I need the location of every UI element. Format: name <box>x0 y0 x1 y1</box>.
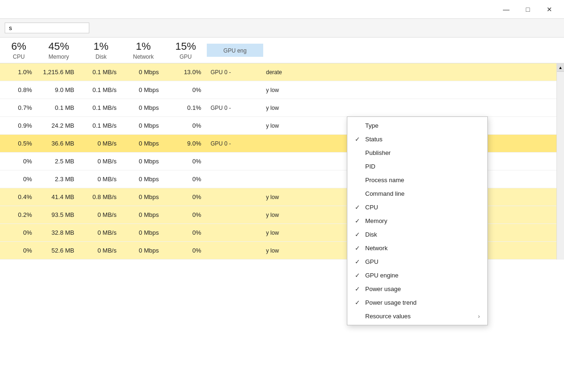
menu-label-gpu: GPU <box>365 258 480 265</box>
summary-gpu: 15% GPU <box>164 40 207 60</box>
cell-disk: 0.1 MB/s <box>80 69 122 76</box>
cell-gpu: 0% <box>164 122 207 129</box>
vertical-scrollbar[interactable]: ▲ <box>556 63 564 260</box>
cell-disk: 0.1 MB/s <box>80 104 122 111</box>
menu-item-memory[interactable]: ✓ Memory <box>347 214 487 228</box>
cell-memory: 9.0 MB <box>38 86 80 93</box>
cell-network: 0 Mbps <box>122 176 164 183</box>
menu-item-disk[interactable]: ✓ Disk <box>347 228 487 241</box>
menu-label-network: Network <box>365 245 480 252</box>
cell-gpu: 0% <box>164 247 207 254</box>
menu-label-status: Status <box>365 136 480 143</box>
table-row: 0.8% 9.0 MB 0.1 MB/s 0 Mbps 0% y low <box>0 81 564 99</box>
scroll-up-button[interactable]: ▲ <box>557 63 564 72</box>
cell-network: 0 Mbps <box>122 69 164 76</box>
cell-gpu: 0% <box>164 211 207 218</box>
check-icon-status: ✓ <box>353 136 361 143</box>
cell-disk: 0.8 MB/s <box>80 193 122 200</box>
cell-gpu: 0% <box>164 193 207 200</box>
menu-item-status[interactable]: ✓ Status <box>347 132 487 146</box>
check-icon-cpu: ✓ <box>353 204 361 211</box>
cell-network: 0 Mbps <box>122 122 164 129</box>
gpu-value: 15% <box>164 40 207 53</box>
cell-gpu-engine: GPU 0 - <box>207 105 263 111</box>
cell-power-trend: y low <box>263 247 301 254</box>
menu-item-resource_values[interactable]: Resource values › <box>347 309 487 323</box>
cell-cpu: 0.2% <box>0 211 38 218</box>
cell-gpu: 0% <box>164 229 207 236</box>
menu-label-power_usage_trend: Power usage trend <box>365 299 480 306</box>
close-button[interactable]: ✕ <box>539 2 560 17</box>
check-icon-power_usage: ✓ <box>353 285 361 292</box>
cell-cpu: 0% <box>0 176 38 183</box>
menu-item-command_line[interactable]: Command line <box>347 187 487 200</box>
memory-label: Memory <box>38 54 80 60</box>
cell-disk: 0.1 MB/s <box>80 122 122 129</box>
cell-power-trend: derate <box>263 69 301 76</box>
cell-gpu: 13.0% <box>164 69 207 76</box>
cell-cpu: 0.4% <box>0 193 38 200</box>
menu-item-network[interactable]: ✓ Network <box>347 241 487 255</box>
summary-disk: 1% Disk <box>80 40 122 60</box>
check-icon-network: ✓ <box>353 245 361 252</box>
menu-label-disk: Disk <box>365 231 480 238</box>
menu-label-resource_values: Resource values <box>365 313 478 320</box>
menu-label-process_name: Process name <box>365 177 480 184</box>
menu-item-pid[interactable]: PID <box>347 160 487 173</box>
cell-memory: 32.8 MB <box>38 229 80 236</box>
cell-memory: 36.6 MB <box>38 140 80 147</box>
cell-disk: 0 MB/s <box>80 247 122 254</box>
check-icon-gpu_engine: ✓ <box>353 272 361 279</box>
cell-network: 0 Mbps <box>122 247 164 254</box>
cell-cpu: 0% <box>0 158 38 165</box>
check-icon-gpu: ✓ <box>353 258 361 265</box>
cell-power-trend: y low <box>263 230 301 236</box>
cell-cpu: 0% <box>0 229 38 236</box>
cell-cpu: 0% <box>0 247 38 254</box>
cell-memory: 2.5 MB <box>38 158 80 165</box>
cpu-label: CPU <box>0 54 38 60</box>
cpu-value: 6% <box>0 40 38 53</box>
cell-disk: 0 MB/s <box>80 158 122 165</box>
check-icon-disk: ✓ <box>353 231 361 238</box>
cell-network: 0 Mbps <box>122 86 164 93</box>
minimize-button[interactable]: — <box>495 2 517 17</box>
menu-label-command_line: Command line <box>365 190 480 197</box>
summary-cpu: 6% CPU <box>0 40 38 60</box>
disk-label: Disk <box>80 54 122 60</box>
network-label: Network <box>122 54 164 60</box>
cell-network: 0 Mbps <box>122 193 164 200</box>
table-row: 0.7% 0.1 MB 0.1 MB/s 0 Mbps 0.1% GPU 0 -… <box>0 99 564 117</box>
menu-item-publisher[interactable]: Publisher <box>347 146 487 160</box>
menu-label-power_usage: Power usage <box>365 285 480 292</box>
gpu-label: GPU <box>164 54 207 60</box>
cell-gpu: 9.0% <box>164 140 207 147</box>
maximize-button[interactable]: □ <box>517 2 539 17</box>
check-icon-memory: ✓ <box>353 217 361 224</box>
cell-network: 0 Mbps <box>122 229 164 236</box>
menu-item-type[interactable]: Type <box>347 119 487 132</box>
cell-disk: 0.1 MB/s <box>80 86 122 93</box>
cell-power-trend: y low <box>263 87 301 93</box>
menu-item-gpu_engine[interactable]: ✓ GPU engine <box>347 269 487 282</box>
cell-gpu-engine: GPU 0 - <box>207 140 263 147</box>
menu-item-cpu[interactable]: ✓ CPU <box>347 200 487 214</box>
cell-network: 0 Mbps <box>122 140 164 147</box>
search-area <box>0 19 564 38</box>
cell-power-trend: y low <box>263 194 301 200</box>
table-row: 1.0% 1,215.6 MB 0.1 MB/s 0 Mbps 13.0% GP… <box>0 63 564 81</box>
cell-power-trend: y low <box>263 212 301 218</box>
menu-item-power_usage[interactable]: ✓ Power usage <box>347 282 487 296</box>
cell-memory: 2.3 MB <box>38 176 80 183</box>
menu-item-power_usage_trend[interactable]: ✓ Power usage trend <box>347 296 487 309</box>
menu-label-cpu: CPU <box>365 204 480 211</box>
submenu-arrow-icon: › <box>478 313 480 320</box>
menu-label-type: Type <box>365 122 480 129</box>
menu-label-gpu_engine: GPU engine <box>365 272 480 279</box>
menu-item-process_name[interactable]: Process name <box>347 173 487 187</box>
menu-item-gpu[interactable]: ✓ GPU <box>347 255 487 269</box>
menu-label-pid: PID <box>365 163 480 170</box>
cell-disk: 0 MB/s <box>80 211 122 218</box>
summary-network: 1% Network <box>122 40 164 60</box>
search-input[interactable] <box>5 23 89 33</box>
